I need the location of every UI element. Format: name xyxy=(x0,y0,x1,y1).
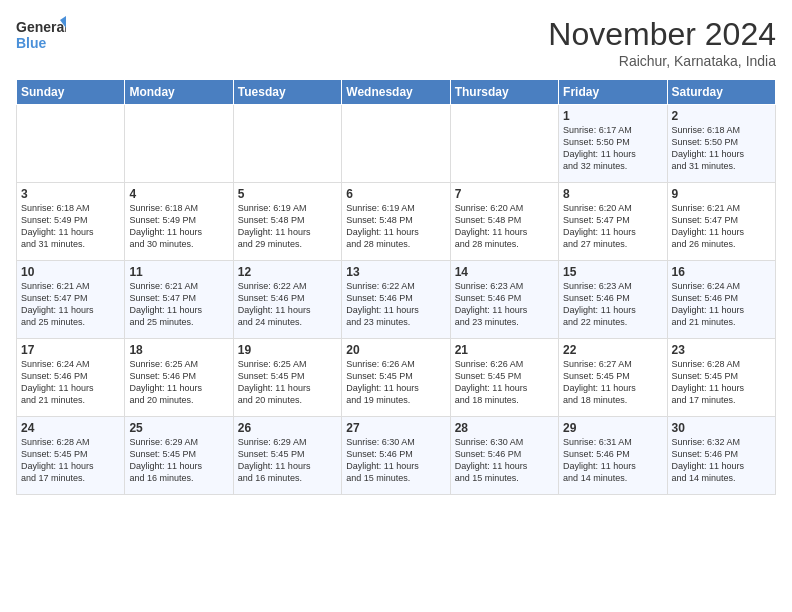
day-info: Sunrise: 6:23 AM Sunset: 5:46 PM Dayligh… xyxy=(455,280,554,329)
day-number: 9 xyxy=(672,187,771,201)
col-header-thursday: Thursday xyxy=(450,80,558,105)
day-number: 23 xyxy=(672,343,771,357)
week-row-5: 24Sunrise: 6:28 AM Sunset: 5:45 PM Dayli… xyxy=(17,417,776,495)
day-cell xyxy=(17,105,125,183)
day-number: 19 xyxy=(238,343,337,357)
day-cell: 14Sunrise: 6:23 AM Sunset: 5:46 PM Dayli… xyxy=(450,261,558,339)
day-number: 22 xyxy=(563,343,662,357)
svg-text:Blue: Blue xyxy=(16,35,47,51)
day-info: Sunrise: 6:22 AM Sunset: 5:46 PM Dayligh… xyxy=(346,280,445,329)
day-number: 29 xyxy=(563,421,662,435)
header: General Blue November 2024 Raichur, Karn… xyxy=(16,16,776,69)
day-info: Sunrise: 6:32 AM Sunset: 5:46 PM Dayligh… xyxy=(672,436,771,485)
day-cell: 19Sunrise: 6:25 AM Sunset: 5:45 PM Dayli… xyxy=(233,339,341,417)
day-cell xyxy=(450,105,558,183)
week-row-1: 1Sunrise: 6:17 AM Sunset: 5:50 PM Daylig… xyxy=(17,105,776,183)
day-cell: 25Sunrise: 6:29 AM Sunset: 5:45 PM Dayli… xyxy=(125,417,233,495)
day-cell: 27Sunrise: 6:30 AM Sunset: 5:46 PM Dayli… xyxy=(342,417,450,495)
day-cell: 15Sunrise: 6:23 AM Sunset: 5:46 PM Dayli… xyxy=(559,261,667,339)
day-info: Sunrise: 6:18 AM Sunset: 5:49 PM Dayligh… xyxy=(21,202,120,251)
day-info: Sunrise: 6:24 AM Sunset: 5:46 PM Dayligh… xyxy=(21,358,120,407)
day-info: Sunrise: 6:21 AM Sunset: 5:47 PM Dayligh… xyxy=(129,280,228,329)
day-info: Sunrise: 6:19 AM Sunset: 5:48 PM Dayligh… xyxy=(346,202,445,251)
day-cell: 7Sunrise: 6:20 AM Sunset: 5:48 PM Daylig… xyxy=(450,183,558,261)
col-header-wednesday: Wednesday xyxy=(342,80,450,105)
day-number: 26 xyxy=(238,421,337,435)
week-row-2: 3Sunrise: 6:18 AM Sunset: 5:49 PM Daylig… xyxy=(17,183,776,261)
day-number: 14 xyxy=(455,265,554,279)
title-block: November 2024 Raichur, Karnataka, India xyxy=(548,16,776,69)
day-cell: 23Sunrise: 6:28 AM Sunset: 5:45 PM Dayli… xyxy=(667,339,775,417)
month-title: November 2024 xyxy=(548,16,776,53)
day-info: Sunrise: 6:26 AM Sunset: 5:45 PM Dayligh… xyxy=(455,358,554,407)
day-number: 28 xyxy=(455,421,554,435)
day-cell: 1Sunrise: 6:17 AM Sunset: 5:50 PM Daylig… xyxy=(559,105,667,183)
svg-text:General: General xyxy=(16,19,66,35)
day-info: Sunrise: 6:25 AM Sunset: 5:46 PM Dayligh… xyxy=(129,358,228,407)
day-info: Sunrise: 6:26 AM Sunset: 5:45 PM Dayligh… xyxy=(346,358,445,407)
day-info: Sunrise: 6:20 AM Sunset: 5:47 PM Dayligh… xyxy=(563,202,662,251)
day-info: Sunrise: 6:23 AM Sunset: 5:46 PM Dayligh… xyxy=(563,280,662,329)
day-number: 3 xyxy=(21,187,120,201)
day-number: 11 xyxy=(129,265,228,279)
day-number: 20 xyxy=(346,343,445,357)
day-info: Sunrise: 6:29 AM Sunset: 5:45 PM Dayligh… xyxy=(238,436,337,485)
day-cell: 5Sunrise: 6:19 AM Sunset: 5:48 PM Daylig… xyxy=(233,183,341,261)
day-cell xyxy=(342,105,450,183)
day-cell: 21Sunrise: 6:26 AM Sunset: 5:45 PM Dayli… xyxy=(450,339,558,417)
day-info: Sunrise: 6:30 AM Sunset: 5:46 PM Dayligh… xyxy=(455,436,554,485)
col-header-saturday: Saturday xyxy=(667,80,775,105)
col-header-monday: Monday xyxy=(125,80,233,105)
day-number: 10 xyxy=(21,265,120,279)
day-info: Sunrise: 6:18 AM Sunset: 5:49 PM Dayligh… xyxy=(129,202,228,251)
day-number: 27 xyxy=(346,421,445,435)
day-number: 24 xyxy=(21,421,120,435)
day-cell: 29Sunrise: 6:31 AM Sunset: 5:46 PM Dayli… xyxy=(559,417,667,495)
day-info: Sunrise: 6:25 AM Sunset: 5:45 PM Dayligh… xyxy=(238,358,337,407)
day-number: 4 xyxy=(129,187,228,201)
day-info: Sunrise: 6:17 AM Sunset: 5:50 PM Dayligh… xyxy=(563,124,662,173)
day-cell: 26Sunrise: 6:29 AM Sunset: 5:45 PM Dayli… xyxy=(233,417,341,495)
calendar-table: SundayMondayTuesdayWednesdayThursdayFrid… xyxy=(16,79,776,495)
day-cell: 30Sunrise: 6:32 AM Sunset: 5:46 PM Dayli… xyxy=(667,417,775,495)
day-cell: 6Sunrise: 6:19 AM Sunset: 5:48 PM Daylig… xyxy=(342,183,450,261)
day-info: Sunrise: 6:27 AM Sunset: 5:45 PM Dayligh… xyxy=(563,358,662,407)
col-header-friday: Friday xyxy=(559,80,667,105)
day-cell: 8Sunrise: 6:20 AM Sunset: 5:47 PM Daylig… xyxy=(559,183,667,261)
week-row-4: 17Sunrise: 6:24 AM Sunset: 5:46 PM Dayli… xyxy=(17,339,776,417)
day-number: 7 xyxy=(455,187,554,201)
day-info: Sunrise: 6:29 AM Sunset: 5:45 PM Dayligh… xyxy=(129,436,228,485)
day-cell: 9Sunrise: 6:21 AM Sunset: 5:47 PM Daylig… xyxy=(667,183,775,261)
day-info: Sunrise: 6:19 AM Sunset: 5:48 PM Dayligh… xyxy=(238,202,337,251)
day-cell xyxy=(233,105,341,183)
header-row: SundayMondayTuesdayWednesdayThursdayFrid… xyxy=(17,80,776,105)
day-info: Sunrise: 6:24 AM Sunset: 5:46 PM Dayligh… xyxy=(672,280,771,329)
logo-svg: General Blue xyxy=(16,16,66,52)
day-info: Sunrise: 6:20 AM Sunset: 5:48 PM Dayligh… xyxy=(455,202,554,251)
location-subtitle: Raichur, Karnataka, India xyxy=(548,53,776,69)
day-number: 6 xyxy=(346,187,445,201)
day-cell: 11Sunrise: 6:21 AM Sunset: 5:47 PM Dayli… xyxy=(125,261,233,339)
day-cell: 28Sunrise: 6:30 AM Sunset: 5:46 PM Dayli… xyxy=(450,417,558,495)
day-info: Sunrise: 6:18 AM Sunset: 5:50 PM Dayligh… xyxy=(672,124,771,173)
day-cell: 4Sunrise: 6:18 AM Sunset: 5:49 PM Daylig… xyxy=(125,183,233,261)
day-cell: 16Sunrise: 6:24 AM Sunset: 5:46 PM Dayli… xyxy=(667,261,775,339)
day-info: Sunrise: 6:31 AM Sunset: 5:46 PM Dayligh… xyxy=(563,436,662,485)
day-cell: 22Sunrise: 6:27 AM Sunset: 5:45 PM Dayli… xyxy=(559,339,667,417)
day-number: 8 xyxy=(563,187,662,201)
day-number: 21 xyxy=(455,343,554,357)
day-cell: 20Sunrise: 6:26 AM Sunset: 5:45 PM Dayli… xyxy=(342,339,450,417)
day-number: 12 xyxy=(238,265,337,279)
day-cell: 13Sunrise: 6:22 AM Sunset: 5:46 PM Dayli… xyxy=(342,261,450,339)
day-number: 16 xyxy=(672,265,771,279)
day-cell: 18Sunrise: 6:25 AM Sunset: 5:46 PM Dayli… xyxy=(125,339,233,417)
day-info: Sunrise: 6:28 AM Sunset: 5:45 PM Dayligh… xyxy=(21,436,120,485)
calendar-container: General Blue November 2024 Raichur, Karn… xyxy=(0,0,792,503)
logo: General Blue xyxy=(16,16,66,52)
day-number: 15 xyxy=(563,265,662,279)
day-cell: 12Sunrise: 6:22 AM Sunset: 5:46 PM Dayli… xyxy=(233,261,341,339)
day-info: Sunrise: 6:22 AM Sunset: 5:46 PM Dayligh… xyxy=(238,280,337,329)
day-number: 2 xyxy=(672,109,771,123)
day-info: Sunrise: 6:21 AM Sunset: 5:47 PM Dayligh… xyxy=(672,202,771,251)
day-number: 17 xyxy=(21,343,120,357)
